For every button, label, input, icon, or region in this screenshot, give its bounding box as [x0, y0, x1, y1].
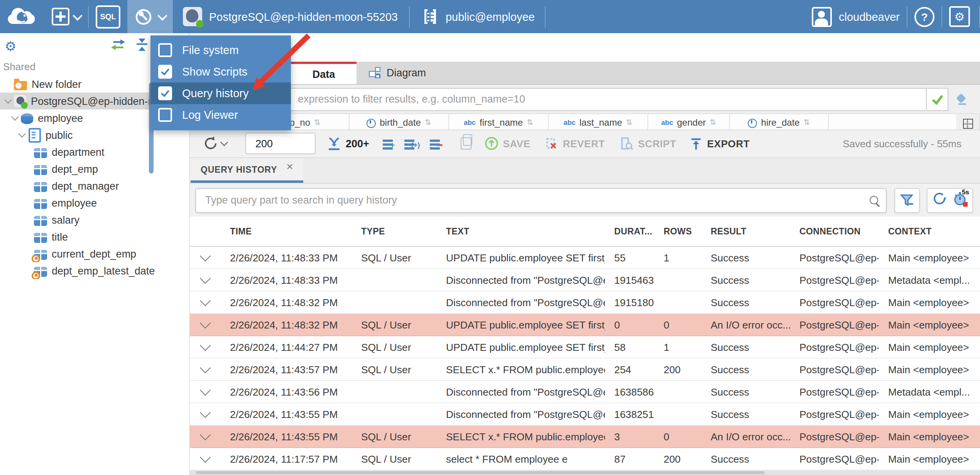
header-duration[interactable]: DURAT... [605, 227, 654, 236]
column-type-icon [367, 119, 376, 128]
cell-result: Success [701, 296, 790, 308]
tree-item[interactable]: salary [0, 211, 189, 228]
history-table-row[interactable]: 2/26/2024, 11:43:57 PM SQL / User SELECT… [190, 359, 980, 381]
help-button[interactable]: ? [907, 0, 941, 33]
header-result[interactable]: RESULT [701, 227, 790, 236]
tree-expand-chevron-icon[interactable] [8, 116, 21, 120]
apply-filter-button[interactable] [927, 88, 948, 111]
sql-editor-button[interactable]: SQL [89, 0, 127, 33]
settings-button[interactable]: ⚙ [942, 0, 979, 33]
sidebar-settings-icon[interactable]: ⚙ [5, 40, 17, 53]
header-connection[interactable]: CONNECTION [790, 227, 879, 236]
cell-time: 2/26/2024, 11:43:55 PM [221, 431, 352, 442]
save-button[interactable]: SAVE [484, 137, 530, 151]
row-expand-button[interactable] [190, 412, 221, 416]
history-table-row[interactable]: 2/26/2024, 11:48:32 PM Disconnected from… [190, 291, 980, 314]
row-expand-button[interactable] [190, 345, 221, 349]
row-expand-button[interactable] [190, 389, 221, 394]
row-expand-button[interactable] [190, 300, 221, 305]
sort-icon[interactable]: ⇅ [626, 118, 633, 126]
sort-icon[interactable]: ⇅ [425, 118, 431, 126]
export-button[interactable]: EXPORT [690, 137, 750, 150]
tree-item[interactable]: department [0, 143, 189, 160]
checkbox[interactable] [158, 108, 172, 122]
tree-expand-chevron-icon[interactable] [2, 99, 14, 103]
history-table-row[interactable]: 2/26/2024, 11:43:56 PM Disconnected from… [190, 381, 980, 403]
header-type[interactable]: TYPE [352, 227, 437, 236]
checkbox[interactable] [158, 86, 172, 100]
history-table-row[interactable]: 2/26/2024, 11:48:33 PM Disconnected from… [190, 269, 980, 291]
connection-selector[interactable]: PostgreSQL@ep-hidden-moon-55203 [176, 0, 405, 33]
header-rows[interactable]: ROWS [654, 227, 701, 236]
grid-column-header[interactable]: abc gender ⇅ [648, 114, 730, 129]
chevron-down-icon [200, 452, 211, 463]
new-object-button[interactable] [45, 0, 88, 33]
sort-icon[interactable]: ⇅ [314, 118, 321, 126]
row-expand-button[interactable] [190, 434, 221, 439]
history-table-row[interactable]: 2/26/2024, 11:17:57 PM SQL / User select… [190, 448, 980, 470]
sort-icon[interactable]: ⇅ [527, 118, 533, 126]
history-table-row[interactable]: 2/26/2024, 11:43:55 PM Disconnected from… [190, 403, 980, 426]
history-table-row[interactable]: 2/26/2024, 11:44:27 PM SQL / User UPDATE… [190, 336, 980, 359]
tree-item-icon [14, 81, 27, 90]
delete-row-button[interactable]: ━ [430, 137, 442, 150]
tree-item-label: New folder [32, 78, 81, 90]
tree-item[interactable]: title [0, 228, 189, 245]
sort-icon[interactable]: ⇅ [710, 118, 716, 126]
tree-expand-chevron-icon[interactable] [15, 133, 28, 136]
row-expand-button[interactable] [190, 456, 221, 461]
tree-item-icon [34, 165, 47, 175]
row-expand-button[interactable] [190, 255, 221, 260]
tab-diagram[interactable]: Diagram [357, 62, 438, 84]
tree-item[interactable]: dept_emp [0, 160, 189, 177]
query-history-search-input[interactable]: Type query part to search in query histo… [195, 188, 887, 212]
tree-item[interactable]: dept_emp_latest_date [0, 262, 189, 279]
history-table-row[interactable]: 2/26/2024, 11:48:33 PM SQL / User UPDATE… [190, 247, 980, 269]
fetch-more-button[interactable]: 200+ [327, 137, 369, 150]
tree-item[interactable]: dept_manager [0, 177, 189, 194]
cell-duration: 1638251 [605, 408, 654, 420]
eraser-icon[interactable] [956, 94, 968, 104]
filter-button[interactable] [894, 188, 920, 212]
history-table-row[interactable]: 2/26/2024, 11:43:55 PM SQL / User SELECT… [190, 426, 980, 448]
header-time[interactable]: TIME [221, 227, 352, 236]
tree-item-label: dept_manager [52, 180, 119, 192]
grid-column-header[interactable]: hire_date ⇅ [730, 114, 829, 129]
sort-icon[interactable]: ⇅ [804, 118, 810, 126]
script-button[interactable]: SCRIPT [620, 137, 676, 151]
grid-column-header[interactable]: abc first_name ⇅ [449, 114, 549, 129]
column-label: last_name [580, 117, 622, 128]
horizontal-scrollbar[interactable] [190, 470, 980, 475]
tree-item[interactable]: employee [0, 194, 189, 211]
row-expand-button[interactable] [190, 367, 221, 372]
checkbox[interactable] [158, 65, 172, 79]
auto-refresh-timer-icon[interactable]: 5s [953, 191, 968, 209]
menu-item[interactable]: Log Viewer [150, 104, 291, 126]
history-table-row[interactable]: 2/26/2024, 11:48:32 PM SQL / User UPDATE… [190, 314, 980, 336]
fetch-size-input[interactable]: 200 [245, 133, 316, 155]
user-menu[interactable]: cloudbeaver [805, 0, 907, 33]
column-label: hire_date [761, 117, 800, 128]
tree-item[interactable]: current_dept_emp [0, 245, 189, 262]
add-row-button[interactable]: + [383, 138, 395, 150]
refresh-history-icon[interactable] [932, 191, 947, 209]
header-context[interactable]: CONTEXT [879, 227, 980, 236]
grid-column-header[interactable]: birth_date ⇅ [350, 114, 449, 129]
revert-button[interactable]: REVERT [545, 137, 605, 151]
row-expand-button[interactable] [190, 278, 221, 282]
schema-selector[interactable]: public@employee [415, 0, 542, 33]
tools-menu-button[interactable] [127, 0, 173, 33]
refresh-button[interactable] [203, 136, 227, 152]
sync-connection-icon[interactable] [110, 39, 126, 54]
collapse-all-icon[interactable] [135, 39, 149, 54]
grid-column-header[interactable]: abc last_name ⇅ [549, 114, 648, 129]
add-rows-button[interactable]: (+) [404, 138, 420, 149]
close-icon[interactable]: × [286, 160, 293, 173]
checkbox[interactable] [158, 43, 172, 57]
grid-settings-icon[interactable] [956, 114, 980, 129]
header-text[interactable]: TEXT [437, 227, 605, 236]
tab-query-history[interactable]: QUERY HISTORY × [191, 158, 303, 183]
duplicate-row-button[interactable] [460, 138, 471, 150]
row-expand-button[interactable] [190, 322, 221, 327]
cell-context: Main <employee> [879, 431, 980, 442]
